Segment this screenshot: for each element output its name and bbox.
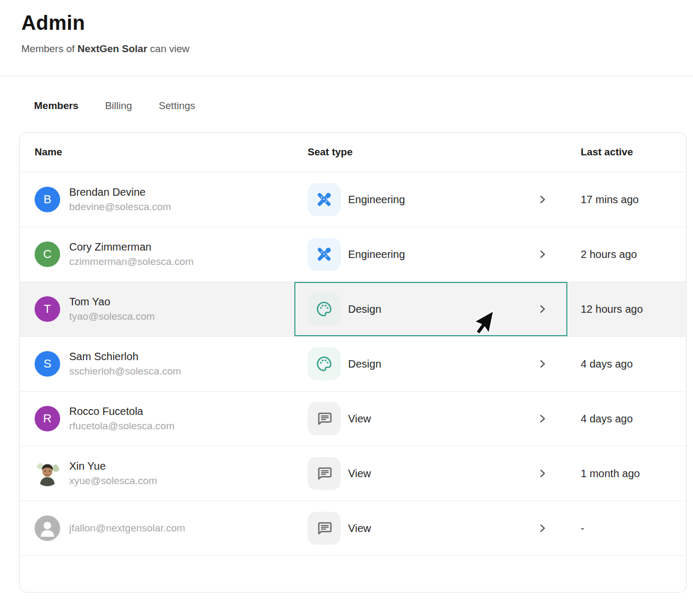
page-subtitle: Members of NextGen Solar can view <box>21 43 189 55</box>
seat-type-cell[interactable]: View <box>294 392 567 446</box>
engineering-crossed-tools-icon <box>308 183 341 216</box>
chevron-right-icon[interactable] <box>537 303 548 315</box>
table-row[interactable]: Xin Yue xyue@solesca.com View 1 month ag… <box>20 446 686 501</box>
chevron-right-icon[interactable] <box>537 468 548 479</box>
member-email: sschierloh@solesca.com <box>69 365 181 377</box>
seat-type-label: Design <box>348 303 381 315</box>
palette-icon <box>308 347 341 380</box>
tab-billing[interactable]: Billing <box>105 100 132 112</box>
seat-type-cell[interactable]: Design <box>294 337 567 391</box>
last-active-cell: 12 hours ago <box>567 282 686 336</box>
seat-type-cell[interactable]: Engineering <box>294 172 567 227</box>
subtitle-prefix: Members of <box>21 43 78 54</box>
comment-bubble-icon <box>308 402 341 435</box>
column-header-seat-type: Seat type <box>294 132 567 172</box>
seat-type-cell[interactable]: View <box>294 501 567 555</box>
palette-icon <box>308 293 341 326</box>
table-row[interactable]: C Cory Zimmerman czimmerman@solesca.com … <box>20 227 686 281</box>
table-row[interactable]: S Sam Schierloh sschierloh@solesca.com D… <box>20 336 686 391</box>
avatar-photo <box>35 461 60 486</box>
chevron-right-icon[interactable] <box>537 248 548 260</box>
avatar: C <box>35 242 60 267</box>
seat-type-label: View <box>348 468 371 480</box>
last-active-cell: - <box>567 501 686 555</box>
avatar: T <box>35 296 60 322</box>
comment-bubble-icon <box>308 512 341 545</box>
table-row[interactable]: R Rocco Fucetola rfucetola@solesca.com V… <box>20 391 686 446</box>
chevron-right-icon[interactable] <box>537 194 548 205</box>
members-table: Name Seat type Last active B Brendan Dev… <box>19 132 687 593</box>
chevron-right-icon[interactable] <box>537 358 548 370</box>
member-name-cell: Xin Yue xyue@solesca.com <box>20 446 294 501</box>
last-active-cell: 4 days ago <box>567 392 686 446</box>
page-header: Admin Members of NextGen Solar can view <box>21 12 189 55</box>
chevron-right-icon[interactable] <box>537 522 548 534</box>
org-name: NextGen Solar <box>78 43 147 54</box>
avatar: R <box>35 406 60 431</box>
tab-members[interactable]: Members <box>34 100 78 112</box>
avatar: B <box>35 187 60 212</box>
member-name: Tom Yao <box>69 296 155 308</box>
table-row[interactable]: T Tom Yao tyao@solesca.com Design 12 hou… <box>20 281 686 336</box>
avatar-placeholder-person-icon <box>35 515 60 541</box>
page-title: Admin <box>21 12 189 35</box>
member-name-cell: C Cory Zimmerman czimmerman@solesca.com <box>20 227 294 281</box>
member-email: xyue@solesca.com <box>69 475 157 487</box>
tab-settings[interactable]: Settings <box>159 100 195 112</box>
member-name: Sam Schierloh <box>69 351 181 363</box>
column-header-last-active: Last active <box>567 132 686 172</box>
column-header-name: Name <box>20 132 294 172</box>
member-name-cell: jfallon@nextgensolar.com <box>20 501 294 555</box>
table-header-row: Name Seat type Last active <box>20 132 686 172</box>
last-active-cell: 4 days ago <box>567 337 686 391</box>
seat-type-cell-selected[interactable]: Design <box>294 282 567 336</box>
seat-type-label: Engineering <box>348 194 405 206</box>
member-name: Xin Yue <box>69 460 157 472</box>
seat-type-label: View <box>348 522 371 535</box>
seat-type-label: View <box>348 413 371 425</box>
member-name-cell: S Sam Schierloh sschierloh@solesca.com <box>20 337 294 391</box>
member-email: tyao@solesca.com <box>69 311 155 322</box>
member-email: rfucetola@solesca.com <box>69 420 175 432</box>
seat-type-label: Engineering <box>348 248 405 261</box>
member-name-cell: R Rocco Fucetola rfucetola@solesca.com <box>20 392 294 446</box>
header-divider <box>0 76 693 76</box>
member-email: bdevine@solesca.com <box>69 201 171 213</box>
table-empty-row <box>20 555 686 593</box>
seat-type-cell[interactable]: Engineering <box>294 227 567 281</box>
table-row[interactable]: B Brendan Devine bdevine@solesca.com Eng… <box>20 172 686 227</box>
table-row[interactable]: jfallon@nextgensolar.com View - <box>20 501 686 555</box>
engineering-crossed-tools-icon <box>308 238 341 271</box>
last-active-cell: 17 mins ago <box>567 172 686 227</box>
subtitle-suffix: can view <box>147 43 189 54</box>
member-name: Cory Zimmerman <box>69 241 194 253</box>
member-name: Rocco Fucetola <box>69 405 175 418</box>
seat-type-label: Design <box>348 358 381 370</box>
member-email: jfallon@nextgensolar.com <box>69 522 185 534</box>
member-name-cell: T Tom Yao tyao@solesca.com <box>20 282 294 336</box>
chevron-right-icon[interactable] <box>537 413 548 424</box>
member-name-cell: B Brendan Devine bdevine@solesca.com <box>20 172 294 227</box>
member-name: Brendan Devine <box>69 186 171 198</box>
seat-type-cell[interactable]: View <box>294 446 567 501</box>
avatar: S <box>35 351 60 377</box>
last-active-cell: 2 hours ago <box>567 227 686 281</box>
last-active-cell: 1 month ago <box>567 446 686 501</box>
member-email: czimmerman@solesca.com <box>69 256 194 268</box>
comment-bubble-icon <box>308 457 341 490</box>
tab-bar: Members Billing Settings <box>34 100 195 112</box>
